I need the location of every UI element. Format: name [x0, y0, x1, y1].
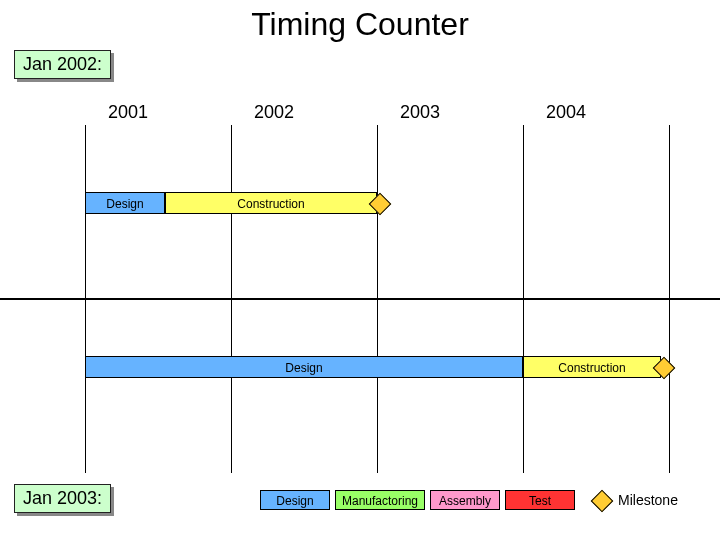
page-title: Timing Counter	[0, 6, 720, 43]
slide: Timing Counter Jan 2002: 2001 2002 2003 …	[0, 0, 720, 540]
year-2002: 2002	[254, 102, 294, 123]
legend-manufactoring: Manufactoring	[335, 490, 425, 510]
year-2001: 2001	[108, 102, 148, 123]
tag-jan-2002: Jan 2002:	[14, 50, 111, 79]
legend-milestone-label: Milestone	[618, 492, 678, 508]
baseline-mid	[0, 298, 720, 300]
row1-design-bar: Design	[85, 192, 165, 214]
tag-jan-2003: Jan 2003:	[14, 484, 111, 513]
legend-milestone-icon	[591, 490, 614, 513]
year-2004: 2004	[546, 102, 586, 123]
legend-design: Design	[260, 490, 330, 510]
row2-construction-bar: Construction	[523, 356, 661, 378]
row1-construction-bar: Construction	[165, 192, 377, 214]
row2-design-bar: Design	[85, 356, 523, 378]
year-2003: 2003	[400, 102, 440, 123]
legend-assembly: Assembly	[430, 490, 500, 510]
legend-test: Test	[505, 490, 575, 510]
